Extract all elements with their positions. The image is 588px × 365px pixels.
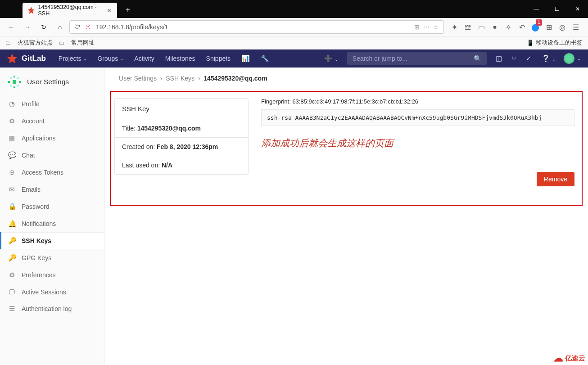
sidebar-title: User Settings — [27, 78, 69, 86]
sidebar-item-emails[interactable]: ✉Emails — [0, 181, 104, 198]
sidebar-label: Preferences — [22, 271, 55, 279]
crumb-current: 1454295320@qq.com — [204, 75, 267, 82]
toolbar-icons: ✦ 𝍈 ▭ ● ⟡ ↶ ⬤ ⊞ ◎ ☰ — [447, 23, 583, 32]
card-row-title: Title: 1454295320@qq.com — [115, 119, 248, 138]
svg-rect-1 — [14, 86, 15, 88]
new-tab-button[interactable]: + — [122, 4, 134, 16]
svg-rect-2 — [8, 81, 10, 83]
sidebar-label: Authentication log — [22, 305, 72, 312]
nav-milestones[interactable]: Milestones — [161, 50, 200, 68]
menu-icon[interactable]: ☰ — [572, 23, 580, 32]
notification-icon[interactable]: ⬤ — [531, 23, 539, 32]
nav-projects[interactable]: Projects⌄ — [54, 50, 91, 68]
search-icon: 🔍 — [474, 55, 481, 62]
svg-rect-6 — [10, 85, 12, 86]
sidebar-item-ssh-keys[interactable]: 🔑SSH Keys — [0, 232, 104, 249]
gitlab-brand[interactable]: GitLab — [22, 54, 46, 63]
sidebar-icon: ▦ — [8, 134, 15, 142]
nav-groups[interactable]: Groups⌄ — [93, 50, 128, 68]
nav-snippets[interactable]: Snippets — [202, 50, 235, 68]
svg-rect-7 — [17, 85, 19, 86]
minimize-button[interactable]: — — [526, 0, 547, 18]
sidebar-icon: 🖵 — [8, 288, 15, 296]
screenshot-icon[interactable]: ⟡ — [504, 23, 512, 31]
sidebar-item-password[interactable]: 🔒Password — [0, 198, 104, 215]
adblock-icon[interactable]: ◎ — [558, 23, 566, 32]
qr-icon[interactable]: ⊞ — [414, 23, 420, 31]
card-row-created: Created on: Feb 8, 2020 12:36pm — [115, 138, 248, 156]
sidebar-icon: 🔔 — [8, 220, 15, 228]
reader-icon[interactable]: ▭ — [477, 23, 485, 32]
url-bar: ← → ↻ ⌂ 🛡 ⛌ 192.168.1.8/profile/keys/1 ⊞… — [0, 18, 588, 36]
sidebar-item-chat[interactable]: 💬Chat — [0, 147, 104, 164]
sidebar-label: Account — [22, 117, 45, 125]
sidebar-label: SSH Keys — [22, 237, 51, 244]
sidebar-header: User Settings — [0, 70, 104, 95]
svg-rect-4 — [10, 77, 12, 79]
home-button[interactable]: ⌂ — [53, 20, 67, 34]
undo-icon[interactable]: ↶ — [518, 23, 526, 32]
close-window-button[interactable]: ✕ — [567, 0, 588, 18]
analytics-icon[interactable]: 📊 — [237, 54, 254, 63]
sidebar-icon: ⚙ — [8, 117, 15, 125]
url-field[interactable]: 🛡 ⛌ 192.168.1.8/profile/keys/1 ⊞ ⋯ ☆ — [69, 20, 444, 34]
bookmark-star-icon[interactable]: ☆ — [433, 23, 439, 31]
issues-icon[interactable]: ◫ — [491, 54, 507, 63]
page-actions-icon[interactable]: ⋯ — [423, 23, 430, 31]
sidebar-icon: 🔑 — [8, 237, 15, 245]
sidebar-item-applications[interactable]: ▦Applications — [0, 130, 104, 147]
fingerprint: Fingerprint: 63:85:9c:d3:49:17:98:7f:11:… — [261, 98, 574, 105]
sidebar-item-preferences[interactable]: ⚙Preferences — [0, 266, 104, 284]
gitlab-navbar: GitLab Projects⌄ Groups⌄ Activity Milest… — [0, 50, 588, 68]
bookmark-fx[interactable]: 火狐官方站点 — [18, 39, 53, 47]
todos-icon[interactable]: ✓ — [521, 54, 536, 63]
profile-icon[interactable]: ● — [491, 23, 499, 31]
svg-rect-0 — [14, 76, 15, 77]
sidebar-item-authentication-log[interactable]: ☰Authentication log — [0, 300, 104, 317]
browser-tab[interactable]: 1454295320@qq.com · SSH ✕ — [23, 3, 117, 18]
bookmark-mobile[interactable]: 移动设备上的书签 — [536, 39, 583, 47]
crumb-user-settings[interactable]: User Settings — [119, 75, 157, 82]
page-body: User Settings ◔Profile⚙Account▦Applicati… — [0, 68, 588, 365]
library-icon[interactable]: 𝍈 — [464, 23, 472, 32]
plus-icon[interactable]: ➕ ⌄ — [320, 54, 343, 63]
sidebar-icon: 🔑 — [8, 254, 15, 262]
sidebar-label: Active Sessions — [22, 288, 66, 296]
merge-icon[interactable]: ⑂ — [507, 55, 520, 63]
svg-rect-3 — [19, 81, 21, 83]
search-input[interactable]: Search or jump to... 🔍 — [347, 52, 487, 65]
user-avatar[interactable] — [564, 53, 574, 64]
mobile-icon: 📱 — [527, 40, 534, 46]
sidebar-item-account[interactable]: ⚙Account — [0, 113, 104, 130]
sidebar-item-profile[interactable]: ◔Profile — [0, 95, 104, 113]
ssh-key-textbox[interactable]: ssh-rsa AAAAB3NzaC1yc2EAAAADAQABAAABAQCv… — [261, 109, 574, 126]
crumb-ssh-keys[interactable]: SSH Keys — [166, 75, 194, 82]
sidebar-item-gpg-keys[interactable]: 🔑GPG Keys — [0, 249, 104, 266]
nav-activity[interactable]: Activity — [130, 50, 158, 68]
sidebar-item-access-tokens[interactable]: ⊝Access Tokens — [0, 164, 104, 181]
reload-button[interactable]: ↻ — [37, 20, 50, 34]
sidebar-item-notifications[interactable]: 🔔Notifications — [0, 215, 104, 232]
wrench-icon[interactable]: 🔧 — [256, 54, 274, 63]
card-heading: SSH Key — [115, 99, 248, 119]
main-content: User Settings › SSH Keys › 1454295320@qq… — [104, 68, 588, 365]
sidebar-label: Profile — [22, 100, 40, 108]
bookmark-common[interactable]: 常用网址 — [71, 39, 95, 47]
folder-icon: 🗀 — [5, 40, 11, 46]
gitlab-logo-icon[interactable] — [7, 54, 17, 63]
breadcrumb: User Settings › SSH Keys › 1454295320@qq… — [104, 68, 588, 89]
search-placeholder: Search or jump to... — [353, 55, 407, 62]
sidebar-icon: 💬 — [8, 151, 15, 159]
remove-button[interactable]: Remove — [537, 172, 574, 186]
maximize-button[interactable]: ☐ — [547, 0, 567, 18]
svg-rect-8 — [13, 80, 16, 84]
close-tab-icon[interactable]: ✕ — [107, 7, 112, 14]
sidebar-label: Applications — [22, 135, 56, 142]
card-row-lastused: Last used on: N/A — [115, 156, 248, 174]
window-controls: — ☐ ✕ — [526, 0, 588, 18]
sidebar-item-active-sessions[interactable]: 🖵Active Sessions — [0, 284, 104, 300]
grid-icon[interactable]: ⊞ — [545, 23, 553, 32]
back-button[interactable]: ← — [5, 20, 18, 34]
help-icon[interactable]: ❔ ⌄ — [537, 54, 560, 63]
extension-icon[interactable]: ✦ — [450, 23, 458, 32]
